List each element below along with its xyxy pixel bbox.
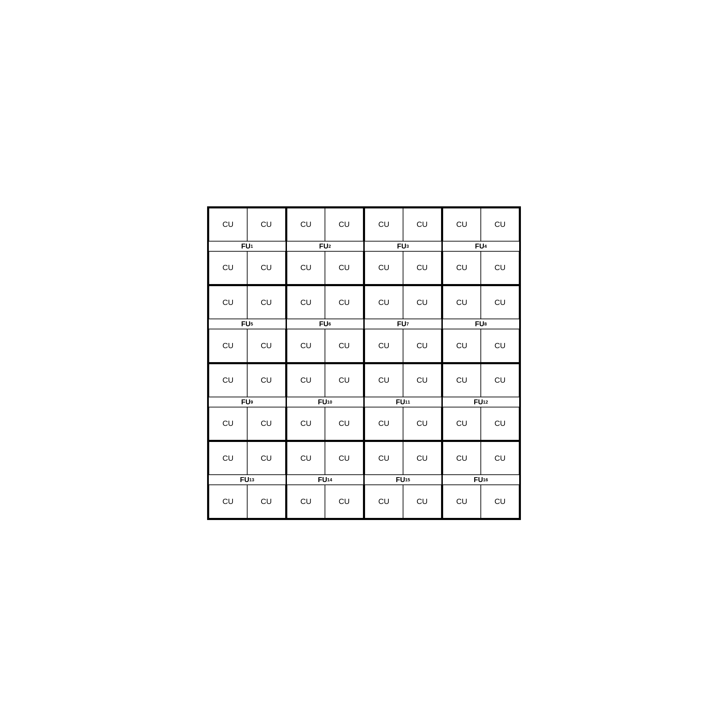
cu-cell-15-top-right: CU <box>403 442 441 474</box>
cu-cell-11-bot-left: CU <box>365 407 403 440</box>
fu-block-14: CUCUFU14CUCU <box>286 441 364 519</box>
cu-cell-9-bot-left: CU <box>209 407 247 440</box>
cu-cell-7-bot-right: CU <box>403 329 441 362</box>
cu-cell-6-bot-left: CU <box>287 329 325 362</box>
fu-block-15: CUCUFU15CUCU <box>364 441 442 519</box>
cu-cell-10-bot-left: CU <box>287 407 325 440</box>
fu-label-6: FU6 <box>287 319 364 329</box>
cu-cell-15-bot-right: CU <box>403 485 441 518</box>
fu-block-12: CUCUFU12CUCU <box>442 363 520 441</box>
cu-cell-16-bot-right: CU <box>481 485 519 518</box>
fu-label-5: FU5 <box>209 319 286 329</box>
cu-cell-15-top-left: CU <box>365 442 403 474</box>
cu-cell-9-top-right: CU <box>247 364 286 397</box>
cu-cell-14-top-left: CU <box>287 442 325 474</box>
cu-cell-1-top-left: CU <box>209 208 247 241</box>
cu-cell-11-bot-right: CU <box>403 407 441 440</box>
cu-cell-8-top-right: CU <box>481 286 519 319</box>
cu-cell-4-top-left: CU <box>443 208 481 241</box>
cu-cell-1-bot-left: CU <box>209 252 247 284</box>
cu-cell-13-bot-right: CU <box>247 485 286 518</box>
fu-block-8: CUCUFU8CUCU <box>442 285 520 363</box>
cu-cell-13-top-left: CU <box>209 442 247 474</box>
cu-cell-9-bot-right: CU <box>247 407 286 440</box>
cu-cell-16-top-right: CU <box>481 442 519 474</box>
cu-cell-11-top-right: CU <box>403 364 441 397</box>
fu-label-1: FU1 <box>209 241 286 252</box>
cu-cell-4-bot-right: CU <box>481 252 519 284</box>
fu-label-16: FU16 <box>443 474 520 485</box>
cu-cell-12-bot-left: CU <box>443 407 481 440</box>
cu-cell-8-bot-left: CU <box>443 329 481 362</box>
main-grid: CUCUFU1CUCUCUCUFU2CUCUCUCUFU3CUCUCUCUFU4… <box>207 206 521 520</box>
fu-label-2: FU2 <box>287 241 364 252</box>
cu-cell-8-top-left: CU <box>443 286 481 319</box>
fu-label-11: FU11 <box>365 397 441 407</box>
cu-cell-2-top-right: CU <box>325 208 363 241</box>
cu-cell-13-top-right: CU <box>247 442 286 474</box>
cu-cell-6-bot-right: CU <box>325 329 363 362</box>
cu-cell-3-bot-left: CU <box>365 252 403 284</box>
cu-cell-3-top-right: CU <box>403 208 441 241</box>
cu-cell-14-top-right: CU <box>325 442 363 474</box>
fu-block-7: CUCUFU7CUCU <box>364 285 442 363</box>
cu-cell-6-top-right: CU <box>325 286 363 319</box>
cu-cell-5-top-right: CU <box>247 286 286 319</box>
cu-cell-10-bot-right: CU <box>325 407 363 440</box>
fu-block-9: CUCUFU9CUCU <box>208 363 286 441</box>
cu-cell-13-bot-left: CU <box>209 485 247 518</box>
fu-label-13: FU13 <box>209 474 286 485</box>
cu-cell-6-top-left: CU <box>287 286 325 319</box>
fu-block-5: CUCUFU5CUCU <box>208 285 286 363</box>
cu-cell-4-top-right: CU <box>481 208 519 241</box>
cu-cell-9-top-left: CU <box>209 364 247 397</box>
fu-label-8: FU8 <box>443 319 520 329</box>
fu-block-1: CUCUFU1CUCU <box>208 207 286 286</box>
fu-label-15: FU15 <box>365 474 441 485</box>
fu-label-3: FU3 <box>365 241 441 252</box>
cu-cell-2-bot-right: CU <box>325 252 363 284</box>
cu-cell-1-bot-right: CU <box>247 252 286 284</box>
cu-cell-12-bot-right: CU <box>481 407 519 440</box>
fu-label-12: FU12 <box>443 397 520 407</box>
cu-cell-11-top-left: CU <box>365 364 403 397</box>
cu-cell-3-bot-right: CU <box>403 252 441 284</box>
fu-label-7: FU7 <box>365 319 441 329</box>
cu-cell-10-top-right: CU <box>325 364 363 397</box>
cu-cell-5-top-left: CU <box>209 286 247 319</box>
fu-block-13: CUCUFU13CUCU <box>208 441 286 519</box>
fu-block-3: CUCUFU3CUCU <box>364 207 442 286</box>
cu-cell-7-bot-left: CU <box>365 329 403 362</box>
fu-block-6: CUCUFU6CUCU <box>286 285 364 363</box>
cu-cell-14-bot-left: CU <box>287 485 325 518</box>
fu-block-11: CUCUFU11CUCU <box>364 363 442 441</box>
cu-cell-12-top-left: CU <box>443 364 481 397</box>
cu-cell-4-bot-left: CU <box>443 252 481 284</box>
cu-cell-1-top-right: CU <box>247 208 286 241</box>
cu-cell-16-top-left: CU <box>443 442 481 474</box>
fu-label-14: FU14 <box>287 474 364 485</box>
cu-cell-5-bot-left: CU <box>209 329 247 362</box>
cu-cell-8-bot-right: CU <box>481 329 519 362</box>
cu-cell-2-bot-left: CU <box>287 252 325 284</box>
cu-cell-15-bot-left: CU <box>365 485 403 518</box>
cu-cell-2-top-left: CU <box>287 208 325 241</box>
fu-block-2: CUCUFU2CUCU <box>286 207 364 286</box>
cu-cell-5-bot-right: CU <box>247 329 286 362</box>
cu-cell-3-top-left: CU <box>365 208 403 241</box>
cu-cell-10-top-left: CU <box>287 364 325 397</box>
cu-cell-16-bot-left: CU <box>443 485 481 518</box>
cu-cell-14-bot-right: CU <box>325 485 363 518</box>
cu-cell-7-top-right: CU <box>403 286 441 319</box>
fu-block-4: CUCUFU4CUCU <box>442 207 520 286</box>
fu-label-10: FU10 <box>287 397 364 407</box>
fu-block-16: CUCUFU16CUCU <box>442 441 520 519</box>
cu-cell-7-top-left: CU <box>365 286 403 319</box>
fu-label-9: FU9 <box>209 397 286 407</box>
fu-block-10: CUCUFU10CUCU <box>286 363 364 441</box>
fu-label-4: FU4 <box>443 241 520 252</box>
cu-cell-12-top-right: CU <box>481 364 519 397</box>
